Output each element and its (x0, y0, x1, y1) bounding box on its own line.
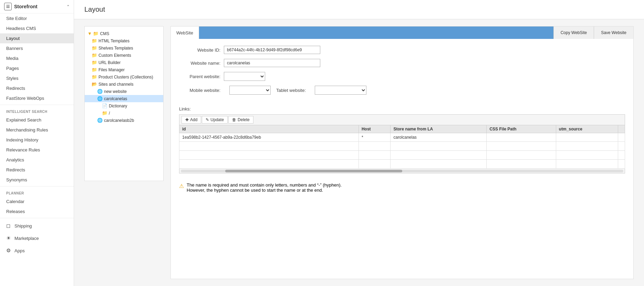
website-id-label: Website ID: (179, 47, 224, 53)
website-name-input[interactable] (224, 59, 320, 67)
tree-node-files-manager[interactable]: 📁 Files Manager (85, 66, 163, 73)
planner-items: Calendar Releases (0, 197, 74, 216)
tree-panel: ▼ 📁 CMS 📁 HTML Templates 📁 Shelves Templ… (84, 26, 164, 181)
tree-node-new-website[interactable]: 🌐 new website (85, 88, 163, 95)
sidebar-item-indexing-history[interactable]: Indexing History (0, 135, 74, 145)
planner-label: PLANNER (0, 188, 74, 197)
tree-node-cms[interactable]: ▼ 📁 CMS (85, 30, 163, 37)
globe-gray-icon: 🌐 (97, 89, 103, 94)
sidebar-item-redirects-sf[interactable]: Redirects (0, 83, 74, 93)
tree-node-url-builder[interactable]: 📁 URL Builder (85, 59, 163, 66)
mobile-website-select[interactable] (229, 86, 271, 95)
parent-website-select[interactable] (224, 72, 265, 81)
sidebar-item-banners[interactable]: Banners (0, 43, 74, 53)
tree-node-carolcanelas-label: carolcanelas (104, 96, 127, 101)
sidebar-header[interactable]: ☷ Storefront ⌃ (0, 0, 74, 13)
links-label: Links: (179, 106, 625, 112)
tree-node-cms-label: CMS (100, 31, 109, 36)
col-extra (618, 125, 625, 133)
tree-node-dictionary[interactable]: 📄 Dictionary (85, 102, 163, 109)
tree-node-product-clusters-label: Product Clusters (Collections) (98, 75, 153, 80)
sidebar-item-calendar[interactable]: Calendar (0, 197, 74, 206)
add-label: Add (190, 117, 197, 122)
shipping-label: Shipping (14, 223, 32, 229)
tree-node-custom-elements-label: Custom Elements (98, 53, 131, 58)
sidebar-item-redirects[interactable]: Redirects (0, 165, 74, 175)
sidebar-item-pages[interactable]: Pages (0, 63, 74, 73)
shipping-icon: ◻ (5, 222, 12, 229)
tree-node-html-templates[interactable]: 📁 HTML Templates (85, 37, 163, 44)
delete-label: Delete (238, 117, 250, 122)
add-link-button[interactable]: ✚ Add (181, 116, 201, 124)
sidebar: ☷ Storefront ⌃ Site Editor Headless CMS … (0, 0, 74, 286)
sidebar-item-marketplace[interactable]: ☀ Marketplace (0, 232, 74, 244)
sidebar-item-merchandising-rules[interactable]: Merchandising Rules (0, 125, 74, 135)
warning-message: ⚠ The name is required and must contain … (171, 179, 633, 198)
update-label: Update (210, 117, 224, 122)
form-row-mobile-tablet: Mobile website: Tablet website: (179, 86, 625, 95)
copy-website-button[interactable]: Copy WebSite (553, 27, 594, 39)
sidebar-item-synonyms[interactable]: Synonyms (0, 175, 74, 185)
apps-label: Apps (14, 248, 25, 253)
delete-link-button[interactable]: 🗑 Delete (228, 116, 253, 124)
mobile-website-label: Mobile website: (179, 88, 224, 93)
form-row-website-id: Website ID: (179, 46, 625, 54)
tree-node-product-clusters[interactable]: 📁 Product Clusters (Collections) (85, 73, 163, 81)
tree-node-files-manager-label: Files Manager (98, 67, 125, 72)
sidebar-item-analytics[interactable]: Analytics (0, 155, 74, 165)
tree-node-carolcanelasb2b-label: carolcanelasb2b (104, 118, 134, 123)
cell-utm-source (556, 133, 618, 142)
sidebar-item-relevance-rules[interactable]: Relevance Rules (0, 145, 74, 155)
horizontal-scrollbar[interactable] (179, 169, 625, 173)
update-link-button[interactable]: ✎ Update (202, 116, 228, 124)
tablet-website-select[interactable] (315, 86, 366, 95)
links-table: id Host Store name from LA CSS File Path… (179, 125, 625, 169)
sidebar-item-releases[interactable]: Releases (0, 206, 74, 216)
table-empty-row-3 (179, 160, 625, 169)
col-store-name: Store name from LA (391, 125, 487, 133)
folder-icon: 📁 (92, 45, 97, 51)
sidebar-item-shipping[interactable]: ◻ Shipping (0, 220, 74, 232)
tree-node-slash-label: / (109, 111, 110, 116)
small-folder-icon: 📁 (102, 110, 107, 116)
website-panel: WebSite Copy WebSite Save Website Websit… (170, 26, 634, 279)
folder-open-icon: 📂 (92, 82, 97, 87)
intelligent-search-items: Explained Search Merchandising Rules Ind… (0, 115, 74, 185)
scrollbar-track (181, 170, 623, 172)
website-id-input[interactable] (224, 46, 320, 54)
folder-icon: 📁 (92, 38, 97, 43)
sidebar-item-apps[interactable]: ⚙ Apps (0, 244, 74, 257)
tree-node-carolcanelas[interactable]: 🌐 carolcanelas (85, 95, 163, 102)
cell-host: * (359, 133, 391, 142)
marketplace-label: Marketplace (14, 236, 39, 241)
tree-node-carolcanelasb2b[interactable]: 🌐 carolcanelasb2b (85, 117, 163, 124)
tree-node-sites-channels-label: Sites and channels (98, 82, 133, 87)
folder-icon: 📁 (92, 74, 97, 80)
website-tab[interactable]: WebSite (171, 27, 199, 39)
tree-node-url-builder-label: URL Builder (98, 60, 121, 65)
tree-node-sites-channels[interactable]: 📂 Sites and channels (85, 81, 163, 88)
globe-blue-icon: 🌐 (97, 96, 103, 101)
warning-text: The name is required and must contain on… (187, 182, 342, 193)
table-scroll-wrapper[interactable]: id Host Store name from LA CSS File Path… (179, 125, 625, 169)
sidebar-item-styles[interactable]: Styles (0, 73, 74, 83)
sidebar-title: Storefront (14, 4, 38, 9)
save-website-button[interactable]: Save Website (594, 27, 633, 39)
folder-icon: 📁 (92, 53, 97, 58)
sidebar-item-faststore[interactable]: FastStore WebOps (0, 93, 74, 103)
cell-store-name: carolcanelas (391, 133, 487, 142)
table-row[interactable]: 1ea598b2-1427-4567-ab9a-22c8d6ba79eb * c… (179, 133, 625, 142)
sidebar-item-site-editor[interactable]: Site Editor (0, 13, 74, 23)
tree-node-shelves-templates[interactable]: 📁 Shelves Templates (85, 44, 163, 52)
sidebar-item-headless-cms[interactable]: Headless CMS (0, 23, 74, 33)
globe-blue-icon: 🌐 (97, 118, 103, 123)
main-content: Layout ▼ 📁 CMS 📁 HTML Templates 📁 Shelve… (74, 0, 644, 286)
sidebar-collapse-icon[interactable]: ⌃ (66, 4, 70, 9)
sidebar-item-layout[interactable]: Layout (0, 33, 74, 43)
tree-node-slash[interactable]: 📁 / (85, 109, 163, 117)
sidebar-item-explained-search[interactable]: Explained Search (0, 115, 74, 125)
add-icon: ✚ (185, 117, 189, 122)
tree-node-custom-elements[interactable]: 📁 Custom Elements (85, 52, 163, 59)
delete-icon: 🗑 (232, 117, 236, 122)
sidebar-item-media[interactable]: Media (0, 53, 74, 63)
